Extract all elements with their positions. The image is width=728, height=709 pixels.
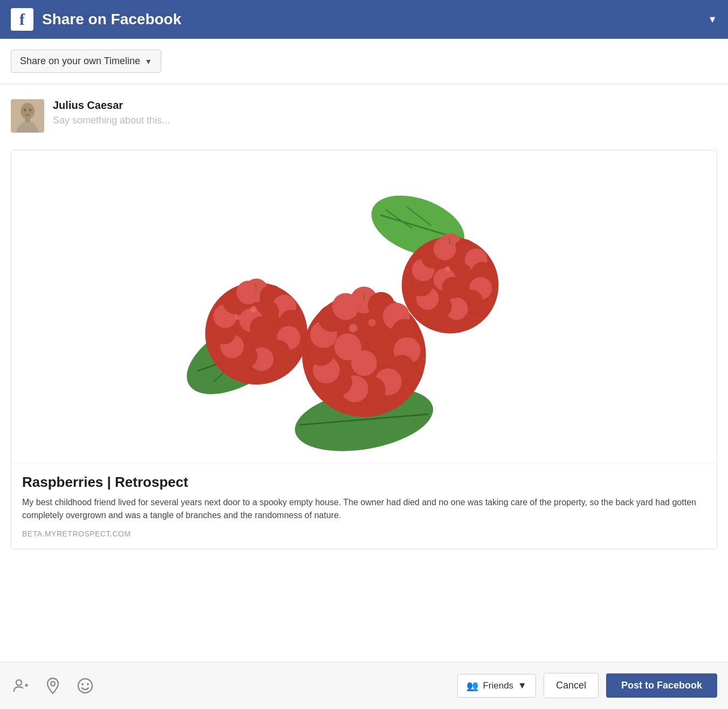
card-title: Raspberries | Retrospect <box>22 474 706 491</box>
svg-point-52 <box>445 266 450 272</box>
dialog-title: Share on Facebook <box>42 11 181 28</box>
card-body: Raspberries | Retrospect My best childho… <box>11 463 717 549</box>
card-image <box>11 150 717 463</box>
footer-actions-left <box>11 676 95 696</box>
post-text-placeholder[interactable]: Say something about this... <box>53 115 170 126</box>
svg-point-68 <box>332 293 359 320</box>
svg-point-4 <box>29 109 31 112</box>
svg-point-29 <box>236 281 260 305</box>
user-name: Julius Caesar <box>53 99 170 112</box>
user-row: Julius Caesar Say something about this..… <box>0 84 728 141</box>
location-button[interactable] <box>43 676 63 696</box>
svg-point-32 <box>250 316 273 340</box>
svg-point-33 <box>250 306 257 313</box>
dropdown-chevron-icon: ▼ <box>145 57 152 66</box>
user-info: Julius Caesar Say something about this..… <box>53 99 170 126</box>
footer: 👥 Friends ▼ Cancel Post to Facebook <box>0 662 728 709</box>
post-to-facebook-button[interactable]: Post to Facebook <box>606 673 717 698</box>
share-destination-label: Share on your own Timeline <box>20 56 140 67</box>
audience-chevron-icon: ▼ <box>518 680 527 691</box>
header: f Share on Facebook ▼ <box>0 0 728 39</box>
emoji-button[interactable] <box>75 676 95 696</box>
audience-dropdown[interactable]: 👥 Friends ▼ <box>457 674 536 698</box>
cancel-button[interactable]: Cancel <box>544 673 599 698</box>
share-row: Share on your own Timeline ▼ <box>0 39 728 84</box>
svg-point-84 <box>87 683 89 685</box>
audience-icon: 👥 <box>466 680 478 692</box>
footer-actions-right: 👥 Friends ▼ Cancel Post to Facebook <box>457 673 717 698</box>
share-destination-dropdown[interactable]: Share on your own Timeline ▼ <box>11 50 161 73</box>
svg-point-1 <box>20 103 35 119</box>
svg-point-81 <box>51 682 55 686</box>
audience-label: Friends <box>483 680 513 691</box>
svg-point-3 <box>24 109 26 112</box>
svg-point-48 <box>434 238 456 260</box>
facebook-logo: f <box>11 8 33 31</box>
avatar <box>11 99 44 133</box>
svg-rect-2 <box>25 118 30 122</box>
tag-person-button[interactable] <box>11 676 30 696</box>
card-url: BETA.MYRETROSPECT.COM <box>22 529 706 538</box>
content-card: Raspberries | Retrospect My best childho… <box>11 150 717 549</box>
svg-point-74 <box>368 319 376 326</box>
svg-point-82 <box>78 679 92 693</box>
svg-point-78 <box>16 680 22 685</box>
svg-point-72 <box>351 350 377 376</box>
card-description: My best childhood friend lived for sever… <box>22 496 706 522</box>
svg-point-73 <box>349 323 358 332</box>
svg-point-34 <box>235 314 240 320</box>
svg-point-51 <box>442 277 464 299</box>
svg-point-83 <box>81 683 84 685</box>
header-chevron-icon[interactable]: ▼ <box>708 14 717 25</box>
